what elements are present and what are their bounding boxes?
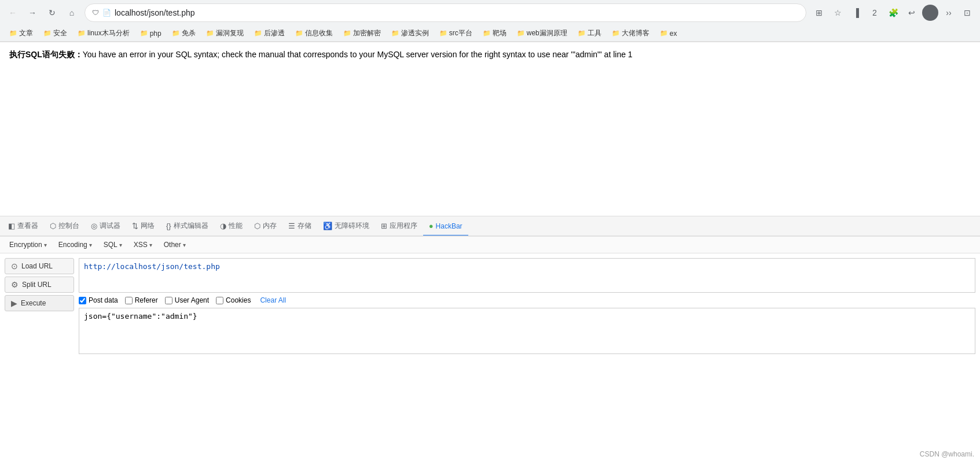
bookmark-linux[interactable]: 📁 linux木马分析 [73, 27, 134, 40]
sql-label: SQL [104, 241, 118, 249]
execute-button[interactable]: ▶ Execute [5, 295, 74, 311]
extensions-button[interactable]: ⊞ [811, 5, 827, 21]
hackbar-content: ⊙ Load URL ⚙ Split URL ▶ Execute [0, 253, 980, 359]
bookmark-php[interactable]: 📁 php [135, 28, 166, 39]
cookies-checkbox[interactable] [216, 297, 223, 304]
bookmark-security[interactable]: 📁 安全 [39, 27, 72, 40]
referer-checkbox[interactable] [125, 297, 133, 304]
debugger-label: 调试器 [100, 221, 120, 231]
address-input[interactable] [115, 8, 799, 17]
bookmark-label: 加密解密 [353, 28, 381, 38]
bookmark-pentest[interactable]: 📁 渗透实例 [387, 27, 434, 40]
folder-icon: 📁 [660, 30, 668, 37]
undo-button[interactable]: ↩ [904, 5, 920, 21]
performance-label: 性能 [229, 221, 243, 231]
sidebar-toggle[interactable]: ⊡ [959, 5, 975, 21]
inspector-label: 查看器 [17, 221, 38, 231]
bookmark-blog[interactable]: 📁 大佬博客 [607, 27, 654, 40]
debugger-icon: ◎ [91, 222, 97, 230]
sidebar-button[interactable]: ▐ [848, 5, 864, 21]
devtools-tabs: ◧ 查看器 ⬡ 控制台 ◎ 调试器 ⇅ 网络 {} 样式编辑器 ◑ 性能 ⬡ 内… [0, 216, 980, 237]
encryption-label: Encryption [9, 241, 42, 249]
bookmark-src[interactable]: 📁 src平台 [435, 27, 477, 40]
folder-icon: 📁 [43, 30, 52, 37]
bookmark-post[interactable]: 📁 后渗透 [249, 27, 289, 40]
tab-inspector[interactable]: ◧ 查看器 [2, 216, 44, 237]
folder-icon: 📁 [439, 30, 447, 37]
hackbar-label: HackBar [436, 222, 463, 230]
tab-application[interactable]: ⊞ 应用程序 [375, 216, 423, 237]
execute-label: Execute [21, 299, 46, 307]
folder-icon: 📁 [254, 30, 262, 37]
post-data-input[interactable] [79, 308, 975, 354]
bookmark-button[interactable]: ☆ [829, 5, 846, 21]
tab-style-editor[interactable]: {} 样式编辑器 [160, 216, 214, 237]
address-bar-container: 🛡 📄 [85, 3, 806, 22]
post-data-checkbox-label[interactable]: Post data [79, 296, 118, 304]
folder-icon: 📁 [206, 30, 214, 37]
load-url-button[interactable]: ⊙ Load URL [5, 258, 74, 274]
post-data-checkbox[interactable] [79, 297, 86, 304]
extensions-menu[interactable]: 🧩 [885, 5, 901, 21]
tab-network[interactable]: ⇅ 网络 [126, 216, 160, 237]
application-icon: ⊞ [381, 222, 387, 230]
reload-button[interactable]: ↻ [44, 5, 60, 21]
home-button[interactable]: ⌂ [64, 5, 80, 21]
bookmark-crypto[interactable]: 📁 加密解密 [339, 27, 386, 40]
bookmark-article[interactable]: 📁 文章 [5, 27, 38, 40]
sql-menu[interactable]: SQL ▾ [99, 239, 127, 251]
clear-all-button[interactable]: Clear All [260, 296, 286, 304]
folder-icon: 📁 [612, 30, 620, 37]
user-agent-label: User Agent [175, 296, 209, 304]
tab-hackbar[interactable]: ● HackBar [423, 217, 468, 236]
bookmark-label: 后渗透 [264, 28, 285, 38]
bookmark-web-vuln[interactable]: 📁 web漏洞原理 [512, 27, 572, 40]
tab-memory[interactable]: ⬡ 内存 [248, 216, 282, 237]
forward-button[interactable]: → [24, 5, 41, 21]
network-label: 网络 [141, 221, 155, 231]
referer-checkbox-label[interactable]: Referer [125, 296, 158, 304]
bookmark-target[interactable]: 📁 靶场 [478, 27, 511, 40]
tab-console[interactable]: ⬡ 控制台 [44, 216, 85, 237]
bookmark-miasha[interactable]: 📁 免杀 [167, 27, 200, 40]
other-menu[interactable]: Other ▾ [159, 239, 190, 251]
tab-accessibility[interactable]: ♿ 无障碍环境 [317, 216, 375, 237]
other-arrow: ▾ [183, 242, 186, 248]
xss-arrow: ▾ [149, 242, 152, 248]
error-prefix: 执行SQL语句失败： [9, 50, 83, 59]
network-icon: ⇅ [132, 222, 138, 230]
inspector-icon: ◧ [8, 222, 15, 230]
bookmark-label: 大佬博客 [622, 28, 649, 38]
url-input[interactable] [79, 258, 975, 293]
toolbar-right: ⊞ ☆ ▐ 2 🧩 ↩ ›› ⊡ [811, 5, 975, 21]
folder-icon: 📁 [295, 30, 303, 37]
encoding-menu[interactable]: Encoding ▾ [54, 239, 97, 251]
more-menu[interactable]: ›› [941, 5, 957, 21]
back-button[interactable]: ← [5, 5, 21, 21]
encryption-menu[interactable]: Encryption ▾ [5, 239, 52, 251]
cookies-checkbox-label[interactable]: Cookies [216, 296, 251, 304]
tab-storage[interactable]: ☰ 存储 [282, 216, 317, 237]
bookmark-label: 免杀 [182, 28, 196, 38]
bookmark-vuln[interactable]: 📁 漏洞复现 [201, 27, 248, 40]
bookmark-tools[interactable]: 📁 工具 [573, 27, 606, 40]
memory-icon: ⬡ [254, 222, 260, 230]
xss-menu[interactable]: XSS ▾ [129, 239, 157, 251]
bookmark-label: 渗透实例 [401, 28, 429, 38]
bookmark-info[interactable]: 📁 信息收集 [291, 27, 337, 40]
tab-debugger[interactable]: ◎ 调试器 [85, 216, 126, 237]
folder-icon: 📁 [578, 30, 586, 37]
profile-switcher[interactable]: 2 [867, 5, 883, 21]
performance-icon: ◑ [220, 222, 226, 230]
profile-avatar[interactable] [922, 5, 938, 21]
bookmark-label: linux木马分析 [87, 28, 130, 38]
user-agent-checkbox-label[interactable]: User Agent [165, 296, 209, 304]
split-url-button[interactable]: ⚙ Split URL [5, 277, 74, 293]
encoding-arrow: ▾ [89, 242, 92, 248]
page-icon: 📄 [102, 9, 111, 17]
load-url-icon: ⊙ [11, 262, 18, 271]
tab-performance[interactable]: ◑ 性能 [214, 216, 248, 237]
bookmark-ex[interactable]: 📁 ex [655, 28, 682, 39]
user-agent-checkbox[interactable] [165, 297, 172, 304]
accessibility-icon: ♿ [323, 222, 332, 230]
